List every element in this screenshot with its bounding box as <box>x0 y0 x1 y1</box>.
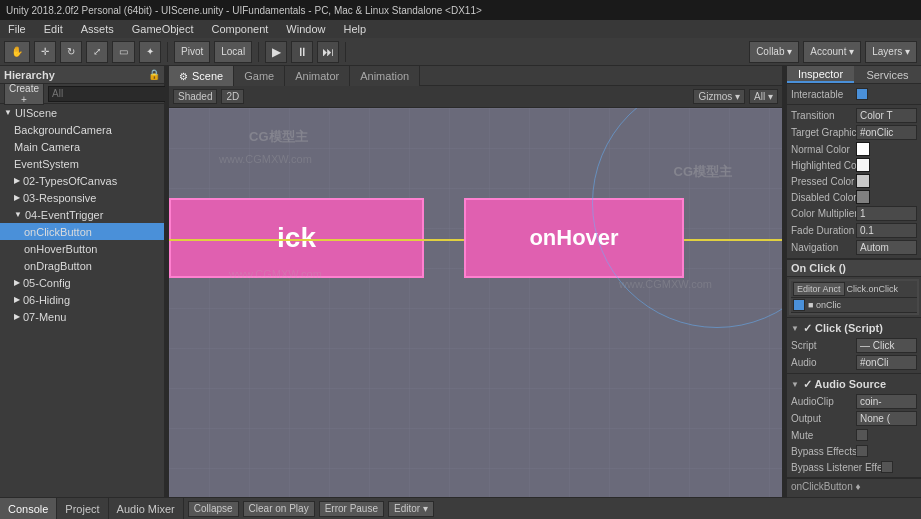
audio-value[interactable]: #onCli <box>856 355 917 370</box>
gizmos-button[interactable]: Gizmos ▾ <box>693 89 745 104</box>
title-bar: Unity 2018.2.0f2 Personal (64bit) - UISc… <box>0 0 921 20</box>
pause-button[interactable]: ⏸ <box>291 41 313 63</box>
tree-item-onclickbutton[interactable]: onClickButton <box>0 223 164 240</box>
interactable-checkbox[interactable] <box>856 88 868 100</box>
tree-item-04eventtrigger[interactable]: ▼ 04-EventTrigger <box>0 206 164 223</box>
normal-color-field[interactable] <box>856 142 917 156</box>
transition-label: Transition <box>791 110 856 121</box>
script-value[interactable]: — Click <box>856 338 917 353</box>
create-button[interactable]: Create + <box>4 83 44 105</box>
move-tool-button[interactable]: ✛ <box>34 41 56 63</box>
rect-tool-button[interactable]: ▭ <box>112 41 135 63</box>
shading-mode-button[interactable]: Shaded <box>173 89 217 104</box>
menu-gameobject[interactable]: GameObject <box>128 23 198 35</box>
tab-inspector[interactable]: Inspector <box>787 66 854 83</box>
transform-tool-button[interactable]: ✦ <box>139 41 161 63</box>
tree-item-ondragbutton[interactable]: onDragButton <box>0 257 164 274</box>
tab-console[interactable]: Console <box>0 498 57 519</box>
scene-canvas[interactable]: ick onHover CG模型主 www.CGMXW.com CG模型主 ww… <box>169 108 782 497</box>
tree-item-bgcamera[interactable]: BackgroundCamera <box>0 121 164 138</box>
toolbar-separator-2 <box>258 42 259 62</box>
audioclip-value[interactable]: coin- <box>856 394 917 409</box>
bypass-effects-checkbox[interactable] <box>856 445 868 457</box>
editor-button[interactable]: Editor ▾ <box>388 501 434 517</box>
scale-tool-button[interactable]: ⤢ <box>86 41 108 63</box>
title-text: Unity 2018.2.0f2 Personal (64bit) - UISc… <box>6 5 482 16</box>
onclick-checkbox[interactable] <box>793 299 805 311</box>
tree-item-02types[interactable]: ▶ 02-TypesOfCanvas <box>0 172 164 189</box>
fade-duration-value[interactable]: 0.1 <box>856 223 917 238</box>
click-script-header: ▼ ✓ Click (Script) <box>791 320 917 337</box>
tab-services[interactable]: Services <box>854 66 921 83</box>
inspector-panel: Inspector Services Interactable Transiti… <box>786 66 921 497</box>
pressed-color-field[interactable] <box>856 174 917 188</box>
tab-project[interactable]: Project <box>57 498 108 519</box>
rotate-tool-button[interactable]: ↻ <box>60 41 82 63</box>
tree-item-06hiding[interactable]: ▶ 06-Hiding <box>0 291 164 308</box>
mute-row: Mute <box>791 427 917 443</box>
local-button[interactable]: Local <box>214 41 252 63</box>
highlighted-color-field[interactable] <box>856 158 917 172</box>
onclick-row-1: Editor Anct Click.onClick <box>791 281 917 298</box>
hand-tool-button[interactable]: ✋ <box>4 41 30 63</box>
hierarchy-tree: ▼ UIScene BackgroundCamera Main Camera E… <box>0 104 164 325</box>
tab-audio-mixer[interactable]: Audio Mixer <box>109 498 184 519</box>
collapse-button[interactable]: Collapse <box>188 501 239 517</box>
target-graphic-value[interactable]: #onClic <box>856 125 917 140</box>
tab-animation[interactable]: Animation <box>350 66 420 86</box>
hierarchy-toolbar: Create + <box>0 84 164 104</box>
disabled-color-swatch <box>856 190 870 204</box>
menu-file[interactable]: File <box>4 23 30 35</box>
tab-animator[interactable]: Animator <box>285 66 350 86</box>
canvas-background: ick onHover CG模型主 www.CGMXW.com CG模型主 ww… <box>169 108 782 497</box>
onclick-button-scene[interactable]: ick <box>169 198 424 278</box>
tree-item-05config[interactable]: ▶ 05-Config <box>0 274 164 291</box>
hierarchy-search-input[interactable] <box>48 86 183 102</box>
highlighted-color-row: Highlighted Color <box>791 157 917 173</box>
pivot-button[interactable]: Pivot <box>174 41 210 63</box>
step-button[interactable]: ⏭ <box>317 41 339 63</box>
layers-button[interactable]: Layers ▾ <box>865 41 917 63</box>
output-value[interactable]: None ( <box>856 411 917 426</box>
play-button[interactable]: ▶ <box>265 41 287 63</box>
editor-anct-button[interactable]: Editor Anct <box>793 282 845 296</box>
normal-color-label: Normal Color <box>791 144 856 155</box>
toolbar: ✋ ✛ ↻ ⤢ ▭ ✦ Pivot Local ▶ ⏸ ⏭ Collab ▾ A… <box>0 38 921 66</box>
audioclip-label: AudioClip <box>791 396 856 407</box>
error-pause-button[interactable]: Error Pause <box>319 501 384 517</box>
interactable-row: Interactable <box>791 86 917 102</box>
output-label: Output <box>791 413 856 424</box>
color-multiplier-value[interactable]: 1 <box>856 206 917 221</box>
menu-component[interactable]: Component <box>207 23 272 35</box>
transition-section: Transition Color T Target Graphic #onCli… <box>787 105 921 259</box>
transition-row: Transition Color T <box>791 107 917 124</box>
bypass-listener-checkbox[interactable] <box>881 461 893 473</box>
color-multiplier-label: Color Multiplier <box>791 208 856 219</box>
tree-item-03responsive[interactable]: ▶ 03-Responsive <box>0 189 164 206</box>
all-button[interactable]: All ▾ <box>749 89 778 104</box>
audioclip-row: AudioClip coin- <box>791 393 917 410</box>
hierarchy-header: Hierarchy 🔒 <box>0 66 164 84</box>
menu-help[interactable]: Help <box>339 23 370 35</box>
view-mode-button[interactable]: 2D <box>221 89 244 104</box>
mute-checkbox[interactable] <box>856 429 868 441</box>
tree-item-07menu[interactable]: ▶ 07-Menu <box>0 308 164 325</box>
collab-button[interactable]: Collab ▾ <box>749 41 799 63</box>
tree-item-eventsystem[interactable]: EventSystem <box>0 155 164 172</box>
transition-value[interactable]: Color T <box>856 108 917 123</box>
disabled-color-field[interactable] <box>856 190 917 204</box>
tree-item-uiscene[interactable]: ▼ UIScene <box>0 104 164 121</box>
tree-item-maincamera[interactable]: Main Camera <box>0 138 164 155</box>
hierarchy-panel: Hierarchy 🔒 Create + ▼ UIScene Backgroun… <box>0 66 165 497</box>
tab-scene[interactable]: ⚙ Scene <box>169 66 234 86</box>
account-button[interactable]: Account ▾ <box>803 41 861 63</box>
navigation-value[interactable]: Autom <box>856 240 917 255</box>
tab-game[interactable]: Game <box>234 66 285 86</box>
clear-on-play-button[interactable]: Clear on Play <box>243 501 315 517</box>
menu-window[interactable]: Window <box>282 23 329 35</box>
menu-assets[interactable]: Assets <box>77 23 118 35</box>
scene-area: ⚙ Scene Game Animator Animation Shaded 2… <box>169 66 782 497</box>
tree-item-onhoverbutton[interactable]: onHoverButton <box>0 240 164 257</box>
bypass-effects-row: Bypass Effects <box>791 443 917 459</box>
menu-edit[interactable]: Edit <box>40 23 67 35</box>
